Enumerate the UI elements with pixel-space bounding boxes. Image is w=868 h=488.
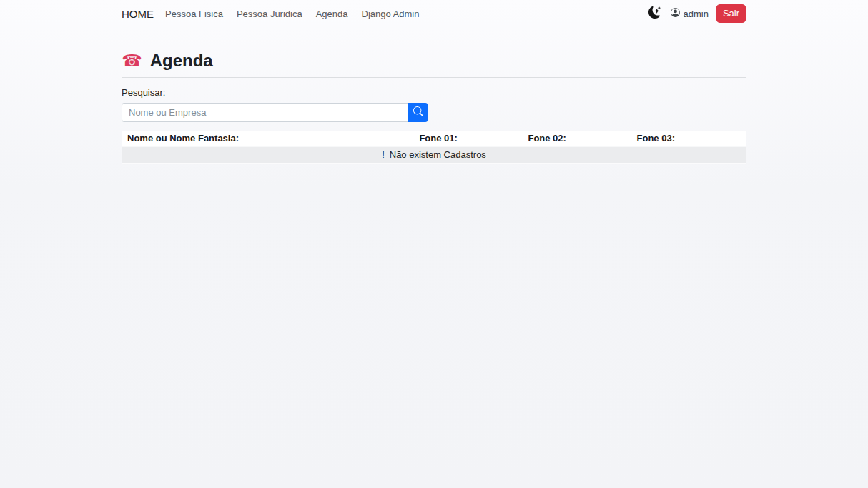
nav-link-agenda[interactable]: Agenda	[316, 9, 348, 19]
empty-state-message: Não existem Cadastros	[390, 149, 486, 160]
username-label: admin	[683, 9, 708, 19]
divider	[122, 77, 746, 78]
navbar: HOME Pessoa Fisica Pessoa Juridica Agend…	[122, 0, 746, 27]
telephone-icon: ☎	[122, 53, 142, 69]
column-header-fone-01: Fone 01:	[384, 131, 493, 147]
main-content: ☎ Agenda Pesquisar: Nome ou Nome Fantasi…	[122, 52, 746, 164]
nav-link-pessoa-fisica[interactable]: Pessoa Fisica	[165, 9, 223, 19]
column-header-fone-03: Fone 03:	[601, 131, 710, 147]
search-label: Pesquisar:	[122, 87, 746, 99]
column-header-actions	[710, 131, 746, 147]
contacts-table: Nome ou Nome Fantasia: Fone 01: Fone 02:…	[122, 131, 746, 164]
column-header-nome: Nome ou Nome Fantasia:	[122, 131, 384, 147]
nav-links: Pessoa Fisica Pessoa Juridica Agenda Dja…	[165, 9, 419, 19]
moon-stars-icon	[648, 6, 661, 21]
dark-mode-toggle[interactable]	[648, 6, 661, 21]
user-menu[interactable]: admin	[671, 7, 708, 20]
navbar-right: admin Sair	[648, 4, 746, 23]
search-input[interactable]	[122, 103, 408, 122]
nav-link-django-admin[interactable]: Django Admin	[362, 9, 420, 19]
brand-home-link[interactable]: HOME	[122, 8, 154, 20]
page-title: Agenda	[150, 52, 213, 69]
empty-state-cell: !Não existem Cadastros	[122, 147, 746, 164]
column-header-fone-02: Fone 02:	[493, 131, 601, 147]
search-input-group	[122, 103, 746, 122]
nav-link-pessoa-juridica[interactable]: Pessoa Juridica	[237, 9, 302, 19]
person-circle-icon	[671, 7, 680, 20]
search-icon	[413, 106, 423, 119]
search-button[interactable]	[408, 103, 428, 122]
table-header-row: Nome ou Nome Fantasia: Fone 01: Fone 02:…	[122, 131, 746, 147]
logout-button[interactable]: Sair	[716, 4, 746, 23]
page-header: ☎ Agenda	[122, 52, 746, 69]
table-row: !Não existem Cadastros	[122, 147, 746, 164]
exclamation-icon: !	[382, 149, 385, 160]
